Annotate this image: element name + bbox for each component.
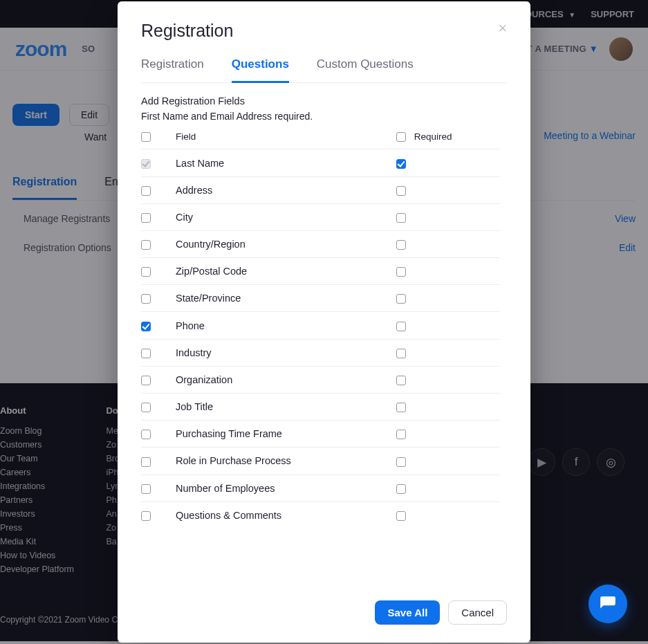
field-select-checkbox[interactable]: [141, 349, 151, 358]
field-select-checkbox[interactable]: [141, 213, 151, 223]
modal-header: Registration ×: [118, 1, 530, 48]
field-required-checkbox[interactable]: [396, 213, 406, 223]
field-name: City: [176, 203, 396, 230]
required-note: First Name and Email Address required.: [141, 111, 507, 122]
add-fields-heading: Add Registration Fields: [133, 95, 507, 107]
table-row: Last Name: [141, 149, 500, 176]
table-row: Zip/Postal Code: [141, 258, 500, 285]
field-required-checkbox[interactable]: [396, 376, 406, 385]
field-name: Industry: [176, 339, 396, 366]
modal-tabs: Registration Questions Custom Questions: [141, 57, 507, 83]
modal-tab-registration[interactable]: Registration: [141, 57, 204, 82]
field-select-checkbox[interactable]: [141, 294, 151, 304]
table-row: Phone: [141, 312, 500, 339]
field-required-checkbox[interactable]: [396, 267, 406, 277]
modal-footer: Save All Cancel: [118, 588, 530, 643]
field-select-checkbox[interactable]: [141, 240, 151, 250]
modal-title: Registration: [141, 21, 233, 41]
column-field: Field: [176, 127, 396, 149]
field-name: Role in Purchase Process: [176, 448, 396, 475]
modal-tab-questions[interactable]: Questions: [232, 57, 289, 83]
field-select-checkbox[interactable]: [141, 484, 151, 494]
field-required-checkbox[interactable]: [396, 349, 406, 358]
field-select-checkbox: [141, 159, 151, 169]
field-required-checkbox[interactable]: [396, 186, 406, 196]
field-name: Number of Employees: [176, 475, 396, 502]
column-required: Required: [414, 131, 452, 142]
field-select-checkbox[interactable]: [141, 457, 151, 467]
fields-table: Field Required Last NameAddressCityCount…: [141, 127, 500, 528]
table-row: Job Title: [141, 393, 500, 420]
require-all-checkbox[interactable]: [396, 132, 406, 142]
field-name: Country/Region: [176, 230, 396, 257]
field-name: Phone: [176, 312, 396, 339]
modal-tab-custom[interactable]: Custom Questions: [317, 57, 414, 82]
table-row: Industry: [141, 339, 500, 366]
table-row: Address: [141, 176, 500, 203]
field-name: State/Province: [176, 285, 396, 312]
field-required-checkbox[interactable]: [396, 511, 406, 521]
table-row: Organization: [141, 366, 500, 393]
field-select-checkbox[interactable]: [141, 322, 151, 331]
table-row: Country/Region: [141, 230, 500, 257]
cancel-button[interactable]: Cancel: [448, 600, 507, 625]
registration-modal: Registration × Registration Questions Cu…: [118, 1, 530, 643]
field-required-checkbox[interactable]: [396, 294, 406, 304]
field-required-checkbox[interactable]: [396, 322, 406, 331]
modal-body: Add Registration Fields First Name and E…: [118, 83, 530, 588]
table-row: State/Province: [141, 285, 500, 312]
field-name: Address: [176, 176, 396, 203]
field-select-checkbox[interactable]: [141, 511, 151, 521]
field-name: Organization: [176, 366, 396, 393]
field-select-checkbox[interactable]: [141, 267, 151, 277]
field-select-checkbox[interactable]: [141, 403, 151, 412]
field-name: Purchasing Time Frame: [176, 421, 396, 448]
table-row: Questions & Comments: [141, 502, 500, 528]
table-row: City: [141, 203, 500, 230]
table-row: Number of Employees: [141, 475, 500, 502]
select-all-checkbox[interactable]: [141, 132, 151, 142]
table-row: Role in Purchase Process: [141, 448, 500, 475]
field-name: Zip/Postal Code: [176, 258, 396, 285]
field-required-checkbox[interactable]: [396, 403, 406, 412]
field-required-checkbox[interactable]: [396, 159, 406, 169]
field-name: Last Name: [176, 149, 396, 176]
field-required-checkbox[interactable]: [396, 484, 406, 494]
field-select-checkbox[interactable]: [141, 376, 151, 385]
field-required-checkbox[interactable]: [396, 430, 406, 439]
field-name: Job Title: [176, 393, 396, 420]
field-select-checkbox[interactable]: [141, 186, 151, 196]
save-all-button[interactable]: Save All: [375, 600, 440, 625]
field-required-checkbox[interactable]: [396, 240, 406, 250]
close-icon[interactable]: ×: [498, 21, 507, 36]
table-row: Purchasing Time Frame: [141, 421, 500, 448]
field-required-checkbox[interactable]: [396, 457, 406, 467]
chat-bubble-icon[interactable]: [589, 585, 627, 623]
field-select-checkbox[interactable]: [141, 430, 151, 439]
field-name: Questions & Comments: [176, 502, 396, 528]
